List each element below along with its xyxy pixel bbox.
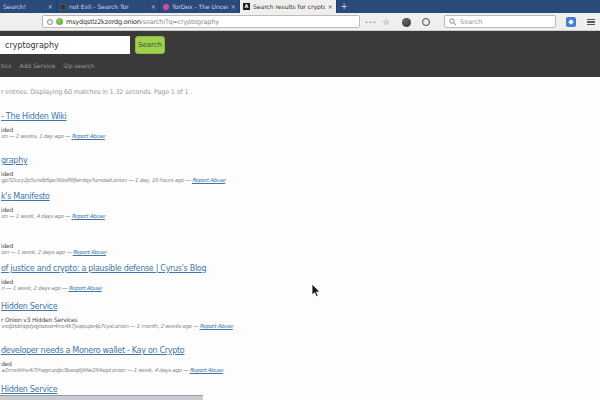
result-title-link[interactable]: graphy bbox=[1, 156, 600, 166]
result-url: on — 2 weeks, 1 day ago — bbox=[1, 133, 71, 139]
result-description: ided bbox=[1, 206, 600, 213]
result-title-link[interactable]: - The Hidden Wiki bbox=[1, 112, 600, 122]
report-abuse-link[interactable]: Report Abuse bbox=[71, 213, 104, 219]
result-title-link[interactable]: Hidden Service bbox=[1, 385, 600, 395]
toolbar-search-placeholder: Search bbox=[460, 18, 482, 26]
tab-search[interactable]: Search! × bbox=[0, 0, 57, 13]
search-result: ided ion — 1 week, 2 days ago — Report A… bbox=[1, 228, 600, 256]
result-meta: gjc52ucy2p5undbfqw3kbsfl6fjwntqy5smdad.o… bbox=[1, 177, 600, 184]
result-title-link[interactable]: Hidden Service bbox=[1, 302, 600, 312]
report-abuse-link[interactable]: Report Abuse bbox=[71, 133, 104, 139]
result-meta: a2rme6rhv4i7rhagruzdjo3bsoq6jt6w264sqd.o… bbox=[1, 367, 600, 374]
tab-title: Search! bbox=[3, 3, 45, 10]
nav-link-i2p-search[interactable]: i2p search bbox=[63, 62, 94, 69]
site-info-icon[interactable]: i bbox=[47, 19, 53, 25]
search-result: developer needs a Monero wallet - Kay on… bbox=[1, 346, 600, 374]
search-result: Hidden Service bbox=[1, 385, 600, 395]
tab-not-evil[interactable]: not Evil - Search Tor × bbox=[57, 0, 160, 13]
ahmia-search-button[interactable]: Search bbox=[135, 36, 165, 54]
tab-bar: Search! × not Evil - Search Tor × TorDex… bbox=[0, 0, 600, 13]
page-actions-icon[interactable]: ••• bbox=[364, 13, 378, 31]
result-url: on — 1 week, 4 days ago — bbox=[1, 213, 71, 219]
new-tab-button[interactable]: + bbox=[337, 0, 351, 13]
result-title-link[interactable]: k's Manifesto bbox=[1, 192, 600, 202]
result-title-link[interactable]: developer needs a Monero wallet - Kay on… bbox=[1, 346, 600, 356]
navigation-toolbar: i msydqstlz2kzerdg.onion/search/?q=crypt… bbox=[0, 13, 600, 31]
result-title-link[interactable]: of justice and crypto: a plausible defen… bbox=[1, 264, 600, 274]
ahmia-search-input[interactable] bbox=[0, 36, 130, 54]
results-summary: r entries. Displaying 60 matches in 1.32… bbox=[1, 88, 192, 96]
report-abuse-link[interactable]: Report Abuse bbox=[189, 367, 222, 373]
search-result: of justice and crypto: a plausible defen… bbox=[1, 264, 600, 292]
result-meta: on — 1 week, 4 days ago — Report Abuse bbox=[1, 213, 600, 220]
close-icon[interactable]: × bbox=[231, 3, 236, 11]
result-url: ion — 1 week, 2 days ago — bbox=[1, 249, 73, 255]
close-icon[interactable]: × bbox=[151, 3, 156, 11]
toolbar-search-field[interactable]: Search bbox=[444, 15, 556, 28]
tab-ahmia-results-active[interactable]: A Search results for cryptography — × bbox=[240, 0, 337, 13]
report-abuse-link[interactable]: Report Abuse bbox=[73, 249, 106, 255]
result-meta: ion — 1 week, 2 days ago — Report Abuse bbox=[1, 249, 600, 256]
result-title-link[interactable] bbox=[1, 228, 600, 238]
search-result: - The Hidden Wiki ided on — 2 weeks, 1 d… bbox=[1, 112, 600, 140]
url-domain: msydqstlz2kzerdg.onion bbox=[66, 18, 141, 26]
tab-title: Search results for cryptography — bbox=[253, 3, 325, 10]
nav-link-statistics[interactable]: tics bbox=[1, 62, 11, 69]
browser-window: Search! × not Evil - Search Tor × TorDex… bbox=[0, 0, 600, 400]
nav-link-add-service[interactable]: Add Service bbox=[19, 62, 55, 69]
bookmark-star-icon[interactable]: ☆ bbox=[379, 13, 393, 31]
ahmia-header: Search tics Add Service i2p search bbox=[0, 31, 600, 77]
tab-title: TorDex - The Uncensored Tor Se bbox=[172, 3, 228, 10]
ahmia-favicon-icon: A bbox=[243, 3, 250, 10]
search-result: k's Manifesto ided on — 1 week, 4 days a… bbox=[1, 192, 600, 220]
result-meta: vxdjzkbhpjdyqjrozeor4mc4k7jvapupo4p7cysl… bbox=[1, 323, 600, 330]
url-path: /search/?q=cryptography bbox=[141, 18, 219, 26]
tab-title: not Evil - Search Tor bbox=[69, 3, 148, 10]
report-abuse-link[interactable]: Report Abuse bbox=[192, 177, 225, 183]
result-description: ided bbox=[1, 278, 600, 285]
noscript-icon[interactable] bbox=[419, 13, 433, 31]
tordex-favicon-icon bbox=[163, 4, 169, 10]
result-url: n — 1 week, 2 days ago — bbox=[1, 285, 68, 291]
result-description: ided bbox=[1, 242, 600, 249]
result-description: ided bbox=[1, 170, 600, 177]
close-icon[interactable]: × bbox=[48, 3, 53, 11]
results-area: r entries. Displaying 60 matches in 1.32… bbox=[0, 77, 600, 400]
hamburger-menu-icon[interactable] bbox=[584, 13, 598, 31]
onion-site-icon[interactable] bbox=[56, 18, 63, 25]
ahmia-nav: tics Add Service i2p search bbox=[1, 62, 94, 69]
result-description: r Onion v3 Hidden Services bbox=[1, 316, 600, 323]
search-result: Hidden Service r Onion v3 Hidden Service… bbox=[1, 302, 600, 330]
search-result: graphy ided gjc52ucy2p5undbfqw3kbsfl6fjw… bbox=[1, 156, 600, 184]
status-tooltip-strip bbox=[0, 395, 203, 400]
url-text: msydqstlz2kzerdg.onion/search/?q=cryptog… bbox=[66, 18, 219, 26]
result-url: a2rme6rhv4i7rhagruzdjo3bsoq6jt6w264sqd.o… bbox=[1, 367, 189, 373]
extension-icon[interactable] bbox=[563, 13, 579, 31]
report-abuse-link[interactable]: Report Abuse bbox=[68, 285, 101, 291]
search-icon bbox=[449, 18, 457, 26]
torbutton-icon[interactable] bbox=[399, 13, 413, 31]
result-meta: n — 1 week, 2 days ago — Report Abuse bbox=[1, 285, 600, 292]
close-icon[interactable]: × bbox=[328, 3, 333, 11]
result-url: gjc52ucy2p5undbfqw3kbsfl6fjwntqy5smdad.o… bbox=[1, 177, 192, 183]
result-url: vxdjzkbhpjdyqjrozeor4mc4k7jvapupo4p7cysl… bbox=[1, 323, 199, 329]
url-bar[interactable]: i msydqstlz2kzerdg.onion/search/?q=crypt… bbox=[42, 15, 360, 28]
result-description: ided bbox=[1, 126, 600, 133]
result-meta: on — 2 weeks, 1 day ago — Report Abuse bbox=[1, 133, 600, 140]
result-description: ded bbox=[1, 360, 600, 367]
tab-tordex[interactable]: TorDex - The Uncensored Tor Se × bbox=[160, 0, 240, 13]
not-evil-favicon-icon bbox=[60, 4, 66, 10]
report-abuse-link[interactable]: Report Abuse bbox=[199, 323, 232, 329]
